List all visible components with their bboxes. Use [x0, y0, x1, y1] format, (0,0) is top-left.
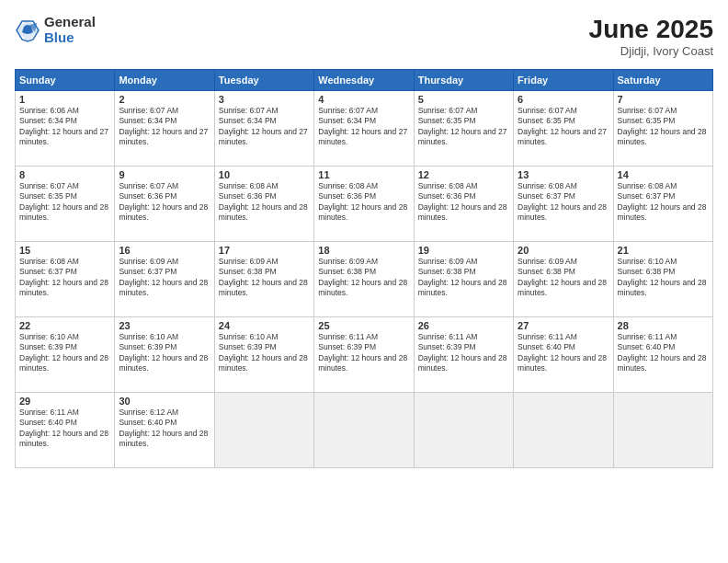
calendar-cell: 3Sunrise: 6:07 AMSunset: 6:34 PMDaylight…: [214, 91, 313, 167]
calendar-header-friday: Friday: [514, 70, 613, 91]
day-number: 29: [19, 396, 110, 407]
logo: General Blue: [15, 15, 96, 45]
location: Djidji, Ivory Coast: [589, 44, 713, 58]
day-number: 4: [318, 94, 409, 105]
day-number: 7: [618, 94, 709, 105]
day-info: Sunrise: 6:10 AMSunset: 6:38 PMDaylight:…: [618, 257, 709, 299]
day-info: Sunrise: 6:07 AMSunset: 6:34 PMDaylight:…: [219, 106, 310, 148]
calendar-cell: [314, 393, 414, 468]
day-info: Sunrise: 6:12 AMSunset: 6:40 PMDaylight:…: [119, 408, 210, 450]
day-info: Sunrise: 6:08 AMSunset: 6:37 PMDaylight:…: [618, 181, 709, 224]
day-info: Sunrise: 6:11 AMSunset: 6:39 PMDaylight:…: [418, 332, 509, 374]
day-info: Sunrise: 6:09 AMSunset: 6:38 PMDaylight:…: [518, 257, 609, 299]
day-info: Sunrise: 6:11 AMSunset: 6:40 PMDaylight:…: [518, 332, 609, 374]
day-number: 28: [618, 320, 709, 331]
day-info: Sunrise: 6:07 AMSunset: 6:35 PMDaylight:…: [618, 106, 709, 148]
day-info: Sunrise: 6:07 AMSunset: 6:34 PMDaylight:…: [119, 106, 210, 148]
day-info: Sunrise: 6:07 AMSunset: 6:34 PMDaylight:…: [318, 106, 409, 148]
calendar-cell: 6Sunrise: 6:07 AMSunset: 6:35 PMDaylight…: [514, 91, 613, 167]
day-number: 3: [219, 94, 310, 105]
day-number: 11: [318, 169, 409, 180]
day-number: 15: [19, 245, 110, 256]
day-info: Sunrise: 6:08 AMSunset: 6:36 PMDaylight:…: [219, 181, 310, 224]
calendar-week-5: 29Sunrise: 6:11 AMSunset: 6:40 PMDayligh…: [16, 393, 713, 468]
calendar-cell: 28Sunrise: 6:11 AMSunset: 6:40 PMDayligh…: [613, 317, 712, 393]
day-number: 5: [418, 94, 509, 105]
calendar-cell: 18Sunrise: 6:09 AMSunset: 6:38 PMDayligh…: [314, 242, 414, 317]
day-number: 30: [119, 396, 210, 407]
day-info: Sunrise: 6:11 AMSunset: 6:40 PMDaylight:…: [618, 332, 709, 374]
calendar-cell: [214, 393, 313, 468]
day-number: 10: [219, 169, 310, 180]
day-info: Sunrise: 6:11 AMSunset: 6:40 PMDaylight:…: [19, 408, 110, 450]
calendar-cell: 21Sunrise: 6:10 AMSunset: 6:38 PMDayligh…: [613, 242, 712, 317]
logo-general: General: [44, 15, 96, 30]
day-info: Sunrise: 6:06 AMSunset: 6:34 PMDaylight:…: [19, 106, 110, 148]
day-number: 1: [19, 94, 110, 105]
calendar-week-1: 1Sunrise: 6:06 AMSunset: 6:34 PMDaylight…: [16, 91, 713, 167]
day-info: Sunrise: 6:07 AMSunset: 6:35 PMDaylight:…: [19, 181, 110, 224]
day-number: 23: [119, 320, 210, 331]
day-number: 17: [219, 245, 310, 256]
calendar-cell: 20Sunrise: 6:09 AMSunset: 6:38 PMDayligh…: [514, 242, 613, 317]
calendar-cell: 25Sunrise: 6:11 AMSunset: 6:39 PMDayligh…: [314, 317, 414, 393]
calendar-cell: 13Sunrise: 6:08 AMSunset: 6:37 PMDayligh…: [514, 167, 613, 242]
calendar-cell: 26Sunrise: 6:11 AMSunset: 6:39 PMDayligh…: [414, 317, 513, 393]
logo-text: General Blue: [44, 15, 96, 45]
day-info: Sunrise: 6:11 AMSunset: 6:39 PMDaylight:…: [318, 332, 409, 374]
day-info: Sunrise: 6:10 AMSunset: 6:39 PMDaylight:…: [119, 332, 210, 374]
calendar-week-2: 8Sunrise: 6:07 AMSunset: 6:35 PMDaylight…: [16, 167, 713, 242]
calendar-header-sunday: Sunday: [16, 70, 115, 91]
calendar-cell: 22Sunrise: 6:10 AMSunset: 6:39 PMDayligh…: [16, 317, 115, 393]
calendar-cell: 29Sunrise: 6:11 AMSunset: 6:40 PMDayligh…: [16, 393, 115, 468]
day-info: Sunrise: 6:08 AMSunset: 6:37 PMDaylight:…: [19, 257, 110, 299]
day-number: 26: [418, 320, 509, 331]
day-info: Sunrise: 6:08 AMSunset: 6:36 PMDaylight:…: [418, 181, 509, 224]
day-number: 12: [418, 169, 509, 180]
day-number: 27: [518, 320, 609, 331]
calendar: SundayMondayTuesdayWednesdayThursdayFrid…: [15, 69, 713, 468]
day-info: Sunrise: 6:07 AMSunset: 6:36 PMDaylight:…: [119, 181, 210, 224]
logo-blue: Blue: [44, 30, 96, 46]
calendar-cell: 5Sunrise: 6:07 AMSunset: 6:35 PMDaylight…: [414, 91, 513, 167]
calendar-cell: 2Sunrise: 6:07 AMSunset: 6:34 PMDaylight…: [115, 91, 214, 167]
day-info: Sunrise: 6:07 AMSunset: 6:35 PMDaylight:…: [518, 106, 609, 148]
calendar-week-3: 15Sunrise: 6:08 AMSunset: 6:37 PMDayligh…: [16, 242, 713, 317]
logo-icon: [15, 17, 40, 43]
calendar-header-row: SundayMondayTuesdayWednesdayThursdayFrid…: [16, 70, 713, 91]
calendar-cell: [414, 393, 513, 468]
day-number: 13: [518, 169, 609, 180]
calendar-cell: 15Sunrise: 6:08 AMSunset: 6:37 PMDayligh…: [16, 242, 115, 317]
calendar-header-saturday: Saturday: [613, 70, 712, 91]
day-number: 2: [119, 94, 210, 105]
calendar-cell: 19Sunrise: 6:09 AMSunset: 6:38 PMDayligh…: [414, 242, 513, 317]
calendar-cell: 12Sunrise: 6:08 AMSunset: 6:36 PMDayligh…: [414, 167, 513, 242]
calendar-header-monday: Monday: [115, 70, 214, 91]
day-info: Sunrise: 6:08 AMSunset: 6:37 PMDaylight:…: [518, 181, 609, 224]
day-number: 25: [318, 320, 409, 331]
calendar-header-wednesday: Wednesday: [314, 70, 414, 91]
day-number: 9: [119, 169, 210, 180]
day-number: 16: [119, 245, 210, 256]
day-info: Sunrise: 6:09 AMSunset: 6:38 PMDaylight:…: [318, 257, 409, 299]
calendar-cell: 30Sunrise: 6:12 AMSunset: 6:40 PMDayligh…: [115, 393, 214, 468]
calendar-cell: [613, 393, 712, 468]
day-info: Sunrise: 6:09 AMSunset: 6:38 PMDaylight:…: [219, 257, 310, 299]
calendar-cell: 23Sunrise: 6:10 AMSunset: 6:39 PMDayligh…: [115, 317, 214, 393]
calendar-header-tuesday: Tuesday: [214, 70, 313, 91]
month-title: June 2025: [589, 15, 713, 44]
day-number: 6: [518, 94, 609, 105]
day-number: 8: [19, 169, 110, 180]
calendar-cell: 9Sunrise: 6:07 AMSunset: 6:36 PMDaylight…: [115, 167, 214, 242]
day-info: Sunrise: 6:10 AMSunset: 6:39 PMDaylight:…: [219, 332, 310, 374]
calendar-cell: 14Sunrise: 6:08 AMSunset: 6:37 PMDayligh…: [613, 167, 712, 242]
day-number: 22: [19, 320, 110, 331]
calendar-cell: 17Sunrise: 6:09 AMSunset: 6:38 PMDayligh…: [214, 242, 313, 317]
day-number: 18: [318, 245, 409, 256]
header: General Blue June 2025 Djidji, Ivory Coa…: [15, 15, 713, 58]
calendar-header-thursday: Thursday: [414, 70, 513, 91]
calendar-cell: 4Sunrise: 6:07 AMSunset: 6:34 PMDaylight…: [314, 91, 414, 167]
page: General Blue June 2025 Djidji, Ivory Coa…: [0, 0, 728, 563]
day-number: 19: [418, 245, 509, 256]
title-block: June 2025 Djidji, Ivory Coast: [589, 15, 713, 58]
